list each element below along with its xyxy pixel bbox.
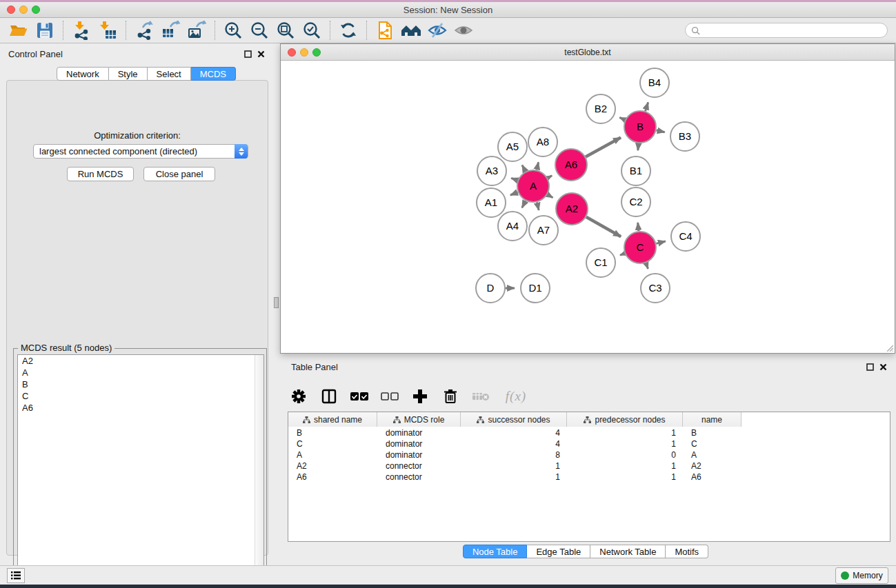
- splitter-collapse-handle[interactable]: [274, 297, 279, 308]
- export-table-button[interactable]: [157, 19, 183, 41]
- toggle-panes-button[interactable]: [319, 386, 339, 407]
- hide-graphics-details-button[interactable]: [424, 19, 450, 41]
- zoom-out-button[interactable]: [246, 19, 272, 41]
- tab-edge-table[interactable]: Edge Table: [527, 545, 590, 558]
- graph-node-C3[interactable]: C3: [641, 274, 670, 303]
- graph-node-D1[interactable]: D1: [521, 274, 550, 303]
- refresh-button[interactable]: [335, 19, 361, 41]
- mcds-result-item[interactable]: A2: [18, 355, 263, 367]
- cell-predecessor_nodes[interactable]: 1: [567, 472, 683, 483]
- deselect-all-columns-button[interactable]: [379, 386, 400, 407]
- cell-mcds_role[interactable]: connector: [377, 460, 461, 472]
- optimization-criterion-select[interactable]: largest connected component (directed): [33, 144, 248, 159]
- graph-edge-C-C4[interactable]: [656, 241, 666, 243]
- mcds-result-item[interactable]: B: [18, 378, 263, 390]
- graph-node-B[interactable]: B: [624, 111, 656, 143]
- function-builder-button[interactable]: f(x): [501, 386, 531, 407]
- graph-edge-B-B4[interactable]: [645, 103, 648, 112]
- cell-predecessor_nodes[interactable]: 0: [567, 449, 683, 460]
- graph-edge-A6-B[interactable]: [586, 137, 621, 156]
- task-history-button[interactable]: [7, 568, 25, 583]
- cell-successor_nodes[interactable]: 1: [461, 460, 567, 472]
- graph-node-B3[interactable]: B3: [670, 122, 699, 151]
- close-panel-button[interactable]: Close panel: [143, 167, 215, 181]
- graph-edge-B-B3[interactable]: [656, 130, 664, 132]
- graph-node-A5[interactable]: A5: [498, 132, 527, 161]
- delete-column-button[interactable]: [440, 386, 461, 407]
- tab-mcds[interactable]: MCDS: [191, 67, 236, 81]
- mcds-result-item[interactable]: A: [18, 367, 263, 378]
- float-panel-icon[interactable]: [866, 363, 874, 371]
- graph-edge-A-A2[interactable]: [548, 194, 553, 198]
- graph-node-A4[interactable]: A4: [498, 212, 527, 241]
- graph-node-A8[interactable]: A8: [528, 128, 557, 156]
- graph-edge-C-C2[interactable]: [638, 223, 639, 231]
- home-button[interactable]: [398, 19, 424, 41]
- cell-shared_name[interactable]: A6: [288, 472, 377, 483]
- column-header-name[interactable]: name: [683, 412, 741, 427]
- cell-successor_nodes[interactable]: 4: [461, 427, 567, 438]
- table-row[interactable]: Bdominator41B: [288, 427, 890, 438]
- graph-node-A1[interactable]: A1: [477, 188, 506, 217]
- graph-edge-A-A8[interactable]: [537, 162, 538, 170]
- column-header-successor-nodes[interactable]: successor nodes: [461, 412, 567, 427]
- table-row[interactable]: A2connector11A2: [288, 460, 890, 472]
- graph-node-C1[interactable]: C1: [586, 248, 615, 277]
- graph-edge-C-C1[interactable]: [620, 254, 625, 256]
- graph-node-A[interactable]: A: [517, 170, 549, 202]
- graph-node-B2[interactable]: B2: [586, 94, 615, 123]
- cell-predecessor_nodes[interactable]: 1: [567, 427, 683, 438]
- cell-successor_nodes[interactable]: 4: [461, 438, 567, 449]
- tab-network[interactable]: Network: [57, 67, 109, 81]
- cell-mcds_role[interactable]: dominator: [377, 449, 461, 460]
- graph-node-C[interactable]: C: [624, 232, 656, 263]
- cell-shared_name[interactable]: B: [288, 427, 377, 438]
- new-network-from-selection-button[interactable]: [372, 19, 398, 41]
- close-panel-icon[interactable]: [879, 363, 887, 371]
- tab-network-table[interactable]: Network Table: [590, 545, 666, 558]
- global-search-field[interactable]: [685, 23, 888, 38]
- graph-node-C4[interactable]: C4: [671, 222, 700, 251]
- mcds-result-item[interactable]: A6: [18, 402, 263, 414]
- export-image-button[interactable]: [183, 19, 210, 41]
- cell-shared_name[interactable]: C: [288, 438, 377, 449]
- run-mcds-button[interactable]: Run MCDS: [67, 167, 134, 181]
- cell-predecessor_nodes[interactable]: 1: [567, 460, 683, 472]
- graph-node-B4[interactable]: B4: [640, 68, 669, 97]
- import-table-button[interactable]: [94, 19, 121, 41]
- mcds-result-list[interactable]: A2ABCA6: [17, 354, 264, 580]
- import-network-button[interactable]: [68, 19, 94, 41]
- cell-mcds_role[interactable]: dominator: [377, 427, 461, 438]
- table-row[interactable]: A6connector11A6: [288, 472, 890, 483]
- network-graph[interactable]: AA1A2A3A4A5A6A7A8BB1B2B3B4CC1C2C3C4DD1: [281, 61, 895, 353]
- graph-node-A7[interactable]: A7: [529, 216, 558, 245]
- open-session-button[interactable]: [6, 19, 32, 41]
- tab-select[interactable]: Select: [148, 67, 191, 81]
- graph-node-A3[interactable]: A3: [477, 156, 506, 185]
- tab-node-table[interactable]: Node Table: [463, 545, 528, 558]
- show-graphics-details-button[interactable]: [450, 19, 477, 41]
- graph-edge-C-C3[interactable]: [646, 263, 648, 268]
- table-row[interactable]: Adominator80A: [288, 449, 890, 460]
- network-canvas[interactable]: AA1A2A3A4A5A6A7A8BB1B2B3B4CC1C2C3C4DD1: [281, 61, 895, 353]
- network-window-titlebar[interactable]: testGlobe.txt: [281, 44, 895, 61]
- search-input[interactable]: [703, 26, 875, 35]
- cell-shared_name[interactable]: A: [288, 449, 377, 460]
- cell-successor_nodes[interactable]: 8: [461, 449, 567, 460]
- cell-name[interactable]: A6: [683, 472, 741, 483]
- cell-shared_name[interactable]: A2: [288, 460, 377, 472]
- graph-node-D[interactable]: D: [476, 274, 505, 303]
- cell-successor_nodes[interactable]: 1: [461, 472, 567, 483]
- zoom-selected-button[interactable]: [299, 19, 325, 41]
- cell-name[interactable]: B: [683, 427, 741, 438]
- graph-node-B1[interactable]: B1: [621, 156, 650, 185]
- graph-edge-B-B2[interactable]: [619, 117, 625, 120]
- scrollbar-track[interactable]: [255, 355, 263, 580]
- mcds-result-item[interactable]: C: [18, 390, 263, 402]
- memory-button[interactable]: Memory: [835, 567, 888, 584]
- cell-name[interactable]: A: [683, 449, 741, 460]
- table-row[interactable]: Cdominator41C: [288, 438, 890, 449]
- resize-grip-icon[interactable]: [885, 343, 893, 352]
- graph-node-A2[interactable]: A2: [556, 193, 588, 225]
- add-column-button[interactable]: [410, 386, 430, 407]
